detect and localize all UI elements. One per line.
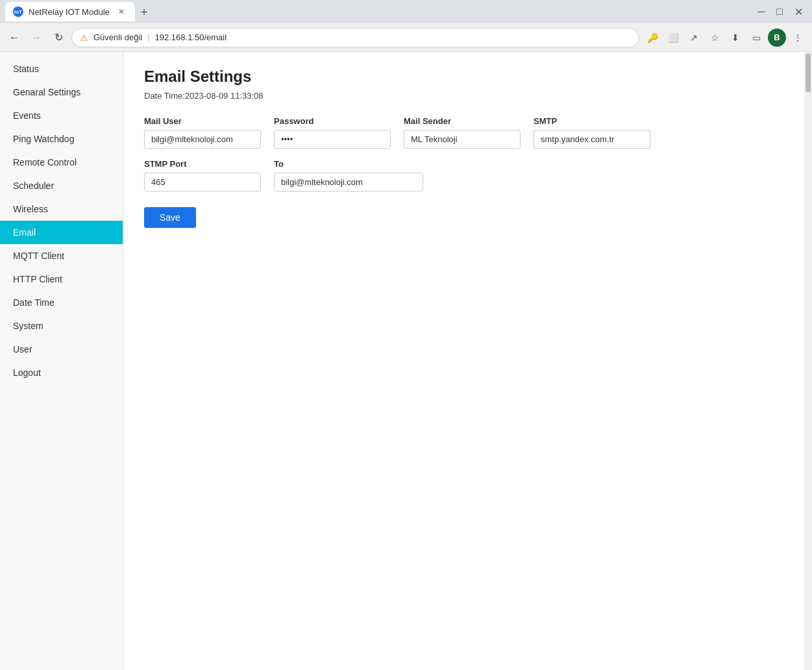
- address-url: 192.168.1.50/email: [155, 32, 227, 42]
- form-row-2: STMP Port To: [144, 159, 783, 192]
- browser-titlebar: IoT NetRelay IOT Module ✕ + ─ □ ✕: [0, 0, 812, 23]
- password-input[interactable]: [274, 130, 391, 149]
- browser-window: IoT NetRelay IOT Module ✕ + ─ □ ✕ ← → ↻ …: [0, 0, 812, 670]
- sidebar-item-wireless[interactable]: Wireless: [0, 197, 123, 221]
- form-row-1: Mail User Password Mail Sender SMTP: [144, 116, 783, 149]
- smtp-label: SMTP: [534, 116, 650, 126]
- password-group: Password: [274, 116, 391, 149]
- sidebar-item-wireless-label: Wireless: [13, 204, 48, 214]
- security-warning-icon: ⚠: [80, 32, 88, 43]
- mail-sender-input[interactable]: [404, 130, 521, 149]
- to-label: To: [274, 159, 423, 169]
- stmp-port-input[interactable]: [144, 173, 261, 192]
- smtp-group: SMTP: [534, 116, 650, 149]
- sidebar-item-http-client-label: HTTP Client: [13, 274, 62, 284]
- page-title: Email Settings: [144, 68, 783, 86]
- sidebar-item-system[interactable]: System: [0, 314, 123, 338]
- maximize-button[interactable]: □: [772, 5, 787, 19]
- sidebar-item-events[interactable]: Events: [0, 104, 123, 127]
- smtp-input[interactable]: [534, 130, 650, 149]
- sidebar-item-status[interactable]: Status: [0, 57, 123, 81]
- sidebar-item-ping-watchdog-label: Ping Watchdog: [13, 134, 74, 144]
- sidebar-icon-button[interactable]: ▭: [747, 29, 765, 47]
- tab-bar: IoT NetRelay IOT Module ✕ +: [5, 2, 751, 21]
- forward-button[interactable]: →: [27, 29, 45, 47]
- app-container: Status Genaral Settings Events Ping Watc…: [0, 52, 812, 670]
- download-icon-button[interactable]: ⬇: [726, 29, 744, 47]
- security-warning-text: Güvenli değil: [93, 32, 142, 42]
- sidebar-item-email[interactable]: Email: [0, 221, 123, 244]
- tab-favicon: IoT: [13, 6, 23, 17]
- sidebar-item-user[interactable]: User: [0, 338, 123, 361]
- tab-close-button[interactable]: ✕: [116, 6, 127, 18]
- close-button[interactable]: ✕: [791, 5, 807, 19]
- reload-button[interactable]: ↻: [49, 29, 68, 47]
- save-button[interactable]: Save: [144, 207, 196, 228]
- toolbar-right-icons: 🔑 ⬜ ↗ ☆ ⬇ ▭ B ⋮: [643, 29, 807, 47]
- scrollbar-thumb[interactable]: [806, 53, 811, 92]
- menu-button[interactable]: ⋮: [789, 29, 807, 47]
- screenshot-icon-button[interactable]: ⬜: [664, 29, 682, 47]
- sidebar-item-date-time-label: Date Time: [13, 297, 55, 308]
- sidebar-item-logout-label: Logout: [13, 367, 41, 378]
- tab-favicon-text: IoT: [14, 9, 22, 15]
- sidebar-item-remote-control-label: Remote Control: [13, 157, 77, 168]
- mail-user-label: Mail User: [144, 116, 261, 126]
- mail-sender-group: Mail Sender: [404, 116, 521, 149]
- share-icon-button[interactable]: ↗: [685, 29, 703, 47]
- sidebar-item-general-settings[interactable]: Genaral Settings: [0, 81, 123, 104]
- mail-sender-label: Mail Sender: [404, 116, 521, 126]
- sidebar-item-email-label: Email: [13, 227, 36, 238]
- to-group: To: [274, 159, 423, 192]
- new-tab-button[interactable]: +: [135, 3, 153, 21]
- sidebar-item-system-label: System: [13, 321, 43, 331]
- main-content: Email Settings Date Time:2023-08-09 11:3…: [123, 52, 804, 670]
- sidebar-item-events-label: Events: [13, 110, 41, 121]
- sidebar-item-scheduler[interactable]: Scheduler: [0, 174, 123, 197]
- active-tab[interactable]: IoT NetRelay IOT Module ✕: [5, 2, 135, 21]
- sidebar-item-user-label: User: [13, 344, 32, 354]
- sidebar-item-scheduler-label: Scheduler: [13, 180, 54, 191]
- sidebar-item-mqtt-client[interactable]: MQTT Client: [0, 244, 123, 267]
- password-label: Password: [274, 116, 391, 126]
- to-input[interactable]: [274, 173, 423, 192]
- mail-user-input[interactable]: [144, 130, 261, 149]
- sidebar: Status Genaral Settings Events Ping Watc…: [0, 52, 123, 670]
- stmp-port-group: STMP Port: [144, 159, 261, 192]
- sidebar-item-date-time[interactable]: Date Time: [0, 291, 123, 314]
- password-icon-button[interactable]: 🔑: [643, 29, 661, 47]
- sidebar-item-http-client[interactable]: HTTP Client: [0, 267, 123, 291]
- address-bar[interactable]: ⚠ Güvenli değil | 192.168.1.50/email: [71, 28, 639, 47]
- sidebar-item-remote-control[interactable]: Remote Control: [0, 151, 123, 174]
- minimize-button[interactable]: ─: [754, 5, 769, 19]
- browser-toolbar: ← → ↻ ⚠ Güvenli değil | 192.168.1.50/ema…: [0, 23, 812, 52]
- sidebar-item-logout[interactable]: Logout: [0, 361, 123, 384]
- sidebar-item-ping-watchdog[interactable]: Ping Watchdog: [0, 127, 123, 151]
- sidebar-item-general-settings-label: Genaral Settings: [13, 87, 80, 97]
- mail-user-group: Mail User: [144, 116, 261, 149]
- profile-button[interactable]: B: [768, 29, 786, 47]
- sidebar-item-status-label: Status: [13, 64, 39, 74]
- window-controls: ─ □ ✕: [754, 5, 807, 19]
- sidebar-item-mqtt-client-label: MQTT Client: [13, 251, 64, 261]
- stmp-port-label: STMP Port: [144, 159, 261, 169]
- bookmark-icon-button[interactable]: ☆: [706, 29, 724, 47]
- datetime-display: Date Time:2023-08-09 11:33:08: [144, 91, 783, 101]
- address-separator: |: [147, 32, 149, 42]
- scrollbar[interactable]: [804, 52, 812, 670]
- profile-initial: B: [774, 32, 780, 42]
- tab-title: NetRelay IOT Module: [29, 7, 110, 17]
- back-button[interactable]: ←: [5, 29, 23, 47]
